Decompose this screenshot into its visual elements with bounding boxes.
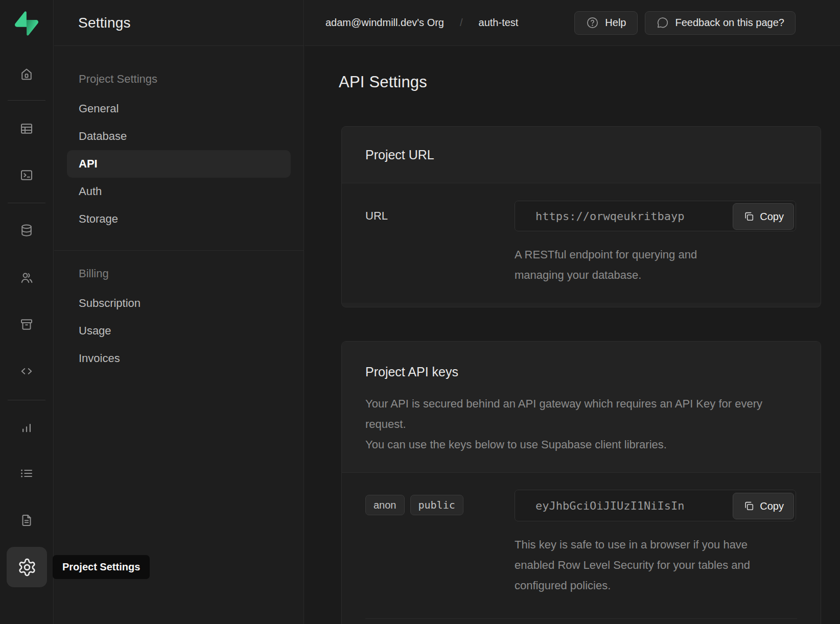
next-key-row-divider	[365, 618, 797, 624]
project-url-title: Project URL	[365, 148, 434, 162]
sidebar-item-usage[interactable]: Usage	[67, 317, 291, 345]
copy-key-button[interactable]: Copy	[733, 493, 794, 519]
supabase-logo[interactable]	[15, 11, 38, 36]
database-icon[interactable]	[15, 220, 38, 241]
anon-key-value: eyJhbGciOiJIUzI1NiIsIn	[515, 499, 684, 512]
breadcrumb-separator: /	[460, 17, 463, 29]
sidebar-item-invoices[interactable]: Invoices	[67, 345, 291, 372]
project-url-card-body: URL https://orwqeukritbayp Copy	[342, 183, 821, 303]
sidebar-item-auth[interactable]: Auth	[67, 178, 291, 205]
copy-url-label: Copy	[760, 211, 784, 223]
breadcrumb: adam@windmill.dev's Org / auth-test	[325, 17, 518, 29]
project-url-value: https://orwqeukritbayp	[515, 210, 684, 223]
nav-rail	[0, 0, 54, 624]
api-keys-card-header: Project API keys Your API is secured beh…	[342, 342, 821, 473]
url-label: URL	[365, 201, 515, 285]
storage-icon[interactable]	[15, 314, 38, 334]
home-icon[interactable]	[15, 64, 38, 84]
edge-functions-icon[interactable]	[15, 361, 38, 381]
docs-icon[interactable]	[15, 510, 38, 531]
rail-divider	[8, 400, 45, 400]
project-url-card: Project URL URL https://orwqeukritbayp	[341, 126, 821, 307]
sidebar-item-database[interactable]: Database	[67, 123, 291, 150]
anon-key-field[interactable]: eyJhbGciOiJIUzI1NiIsIn Copy	[515, 490, 796, 521]
section-header-billing: Billing	[79, 266, 304, 281]
help-button-label: Help	[605, 17, 626, 29]
rail-divider	[8, 100, 45, 101]
key-badges: anon public	[365, 490, 515, 596]
rail-divider	[8, 203, 45, 203]
main-content: API Settings Project URL URL https://orw…	[305, 46, 840, 624]
top-bar: adam@windmill.dev's Org / auth-test Help…	[305, 0, 840, 46]
project-url-description: A RESTful endpoint for querying and mana…	[515, 245, 745, 285]
sidebar-title: Settings	[78, 15, 131, 31]
sidebar-item-general[interactable]: General	[67, 95, 291, 123]
help-button[interactable]: Help	[574, 11, 637, 35]
feedback-bubble-icon	[656, 16, 670, 30]
feedback-button[interactable]: Feedback on this page?	[645, 11, 796, 35]
table-editor-icon[interactable]	[15, 118, 38, 139]
copy-icon	[743, 210, 755, 223]
section-header-project-settings: Project Settings	[79, 71, 304, 87]
nav-section-divider	[54, 250, 304, 251]
settings-gear-button[interactable]	[7, 547, 47, 587]
api-keys-description-1: Your API is secured behind an API gatewa…	[365, 394, 774, 435]
project-api-keys-card: Project API keys Your API is secured beh…	[341, 341, 821, 624]
authentication-icon[interactable]	[15, 268, 38, 288]
sql-editor-icon[interactable]	[15, 165, 38, 185]
sidebar-item-subscription[interactable]: Subscription	[67, 290, 291, 317]
breadcrumb-org[interactable]: adam@windmill.dev's Org	[325, 17, 444, 29]
project-url-field[interactable]: https://orwqeukritbayp Copy	[515, 201, 796, 231]
sidebar-item-storage[interactable]: Storage	[67, 205, 291, 233]
topbar-actions: Help Feedback on this page?	[574, 11, 796, 35]
anon-key-row: anon public eyJhbGciOiJIUzI1NiIsIn	[342, 473, 821, 624]
project-url-card-header: Project URL	[342, 127, 821, 183]
reports-icon[interactable]	[15, 417, 38, 438]
breadcrumb-project[interactable]: auth-test	[479, 17, 519, 29]
help-circle-icon	[586, 16, 599, 30]
sidebar-header: Settings	[54, 0, 304, 46]
anon-badge: anon	[365, 495, 405, 515]
anon-key-description: This key is safe to use in a browser if …	[515, 535, 770, 596]
copy-key-label: Copy	[760, 500, 784, 512]
page-title: API Settings	[339, 73, 840, 91]
sidebar-item-api[interactable]: API	[67, 150, 291, 178]
api-keys-title: Project API keys	[365, 363, 797, 380]
settings-sidebar: Settings Project Settings General Databa…	[54, 0, 304, 624]
settings-nav: Project Settings General Database API Au…	[54, 46, 304, 372]
copy-url-button[interactable]: Copy	[733, 203, 794, 230]
project-settings-tooltip: Project Settings	[53, 555, 150, 579]
logs-icon[interactable]	[15, 463, 38, 484]
feedback-button-label: Feedback on this page?	[675, 17, 785, 29]
public-badge: public	[410, 495, 463, 515]
copy-icon	[743, 500, 755, 512]
api-keys-description-2: You can use the keys below to use Supaba…	[365, 435, 797, 455]
